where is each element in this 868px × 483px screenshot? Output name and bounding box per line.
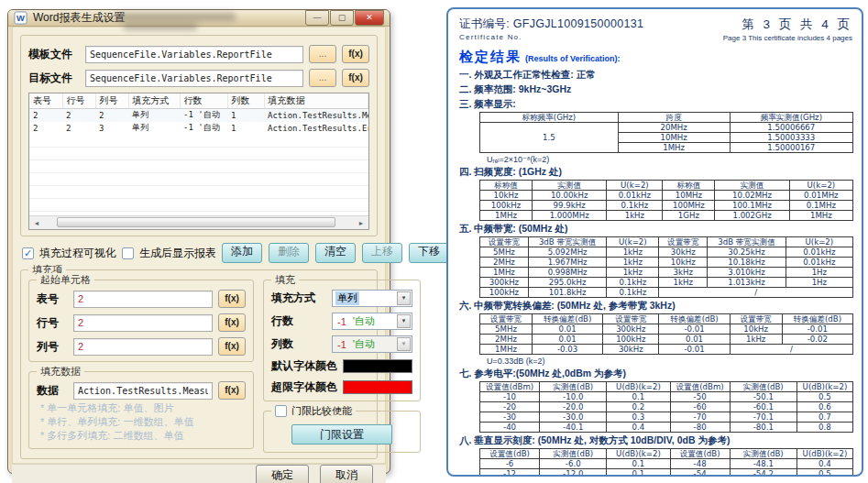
table-cell: -1 '自动 (180, 122, 227, 135)
blurred-watermark (124, 23, 197, 30)
chevron-down-icon[interactable]: ▼ (397, 291, 411, 305)
column-header: 实测值(dB) (540, 382, 607, 392)
show-after-checkbox[interactable] (122, 247, 134, 259)
row-no-fx-button[interactable]: f(x) (218, 313, 246, 332)
list-controls-row: ✓ 填充过程可视化 生成后显示报表 添加 删除 清空 上移 下移 (20, 243, 378, 263)
table-cell: 10kHz (659, 258, 708, 268)
move-down-button[interactable]: 下移 (409, 243, 449, 263)
clear-button[interactable]: 清空 (315, 243, 356, 263)
column-header: 列号 (95, 93, 128, 109)
column-header: 列数 (227, 93, 264, 109)
sweep-width-table: 标称值实测值U(k=2)标称值实测值U(k=2) 10kHz10.00kHz0.… (479, 180, 853, 221)
table-cell: 10.18kHz (708, 258, 786, 268)
fill-mode-dropdown[interactable]: 单列 ▼ (332, 290, 412, 307)
threshold-settings-button[interactable]: 门限设置 (291, 424, 392, 445)
visualize-checkbox[interactable]: ✓ (22, 247, 34, 259)
minimize-button-icon[interactable]: — (305, 10, 329, 26)
maximize-button-icon[interactable]: ▢ (330, 10, 354, 26)
table-cell: 0.1kHz (607, 278, 659, 288)
uncertainty-note-freq: Uᵣₑₗ=2×10⁻⁸(k=2) (487, 155, 852, 164)
table-cell: 300kHz (480, 278, 529, 288)
over-limit-font-color-swatch[interactable] (343, 380, 412, 394)
table-cell: -20.0 (540, 402, 607, 412)
template-file-input[interactable] (85, 46, 303, 63)
table-cell: 1.5 (480, 123, 619, 153)
table-cell: -30 (480, 412, 540, 423)
table-no-input[interactable] (73, 291, 213, 308)
target-file-label: 目标文件 (28, 71, 80, 86)
item-sweep-width: 四. 扫频宽度: (1GHz 处) (459, 166, 852, 179)
table-row: 1MHz0.998MHz1kHz3kHz3.010kHz1Hz (480, 268, 853, 278)
default-font-color-swatch[interactable] (343, 359, 412, 373)
scrollbar-thumb[interactable] (57, 217, 335, 227)
results-title-en: (Results of Verification): (525, 54, 621, 63)
table-cell: 10MHz (618, 133, 730, 143)
table-no-label: 表号 (37, 291, 68, 307)
table-row: -10-10.00.1-50-50.10.5 (480, 392, 853, 402)
table-cell: 1.50006667 (730, 123, 852, 133)
column-header: 设置值(dB) (480, 449, 540, 459)
table-row[interactable]: 223单列-1 '自动1Action.TestResults.Errors (29, 122, 368, 135)
close-button-icon[interactable]: ✕ (355, 10, 384, 26)
table-cell: 1kHz (607, 211, 663, 221)
table-no-fx-button[interactable]: f(x) (218, 290, 246, 308)
table-row[interactable]: 222单列-1 '自动1Action.TestResults.Measureme… (29, 109, 368, 122)
item-frequency-display: 三. 频率显示: (459, 98, 852, 111)
svg-text:W: W (16, 14, 25, 23)
word-report-settings-dialog: W Word报表生成设置 — ▢ ✕ 模板文件 ... f(x) 目标文件 ..… (7, 9, 390, 474)
template-fx-button[interactable]: f(x) (342, 45, 369, 63)
table-cell: 1 (227, 122, 264, 135)
table-cell: 100kHz (480, 201, 533, 211)
table-cell: -12 (480, 469, 540, 478)
target-file-input[interactable] (85, 70, 303, 87)
column-header: U(dB)(k=2) (607, 382, 670, 392)
table-cell: 0.01kHz (786, 247, 852, 258)
table-row: -40-40.10.4-80-80.10.8 (480, 423, 853, 433)
row-count-value-num: -1 (335, 316, 348, 327)
table-cell: -70 (670, 412, 730, 423)
scroll-right-icon[interactable]: ► (354, 220, 368, 226)
col-no-fx-button[interactable]: f(x) (218, 337, 246, 356)
horizontal-scrollbar[interactable]: ◄ ► (29, 215, 368, 229)
column-header: 设置带宽 (659, 237, 708, 247)
delete-button[interactable]: 删除 (269, 243, 309, 263)
data-input[interactable] (73, 382, 213, 400)
column-header: U(k=2) (607, 237, 659, 247)
template-browse-button[interactable]: ... (309, 45, 336, 63)
table-cell: 2MHz (480, 335, 533, 345)
dialog-titlebar[interactable]: W Word报表生成设置 — ▢ ✕ (8, 10, 390, 27)
cancel-button[interactable]: 取消 (320, 465, 373, 483)
target-browse-button[interactable]: ... (309, 69, 336, 87)
row-count-dropdown[interactable]: -1 '自动 ▼ (332, 313, 412, 330)
table-cell: 5MHz (480, 247, 529, 258)
table-row: 1.520MHz1.50006667 (480, 123, 853, 133)
data-fx-button[interactable]: f(x) (218, 381, 246, 400)
table-cell: 0.3 (607, 412, 670, 423)
table-cell: -50.1 (730, 392, 797, 402)
table-cell: 1MHz (480, 268, 529, 278)
table-row: 1MHz-0.0330kHz-0.01/ (480, 345, 853, 355)
uncertainty-note-bw: U=0.33dB (k=2) (487, 357, 852, 366)
table-cell: 1MHz (480, 211, 533, 221)
col-no-input[interactable] (73, 338, 213, 356)
certificate-number: 证书编号: GFJGJL1009150000131 (459, 16, 643, 32)
table-row: 10kHz10.00kHz0.01kHz10MHz10.02MHz0.01MHz (480, 191, 853, 201)
table-row: -30-30.00.3-70-70.10.7 (480, 412, 853, 423)
move-up-button[interactable]: 上移 (362, 243, 402, 263)
table-cell: 2MHz (480, 258, 529, 268)
table-cell: -50 (670, 392, 730, 402)
show-after-checkbox-label: 生成后显示报表 (139, 246, 216, 261)
table-cell: -60.1 (730, 402, 797, 412)
column-header: 3dB 带宽实测值 (708, 237, 786, 247)
ok-button[interactable]: 确定 (256, 465, 309, 483)
scroll-left-icon[interactable]: ◄ (29, 220, 44, 226)
table-cell: 2 (29, 122, 62, 135)
chevron-down-icon[interactable]: ▼ (397, 314, 411, 328)
add-button[interactable]: 添加 (222, 243, 262, 263)
table-cell: -40.1 (540, 423, 607, 433)
hint-line: * 单一单元格填充: 单值、图片 (40, 401, 246, 415)
mapping-listview[interactable]: 表号行号列号填充方式行数列数填充数据 222单列-1 '自动1Action.Te… (28, 93, 369, 230)
threshold-enable-checkbox[interactable] (275, 405, 287, 417)
target-fx-button[interactable]: f(x) (342, 69, 369, 87)
row-no-input[interactable] (73, 314, 213, 332)
